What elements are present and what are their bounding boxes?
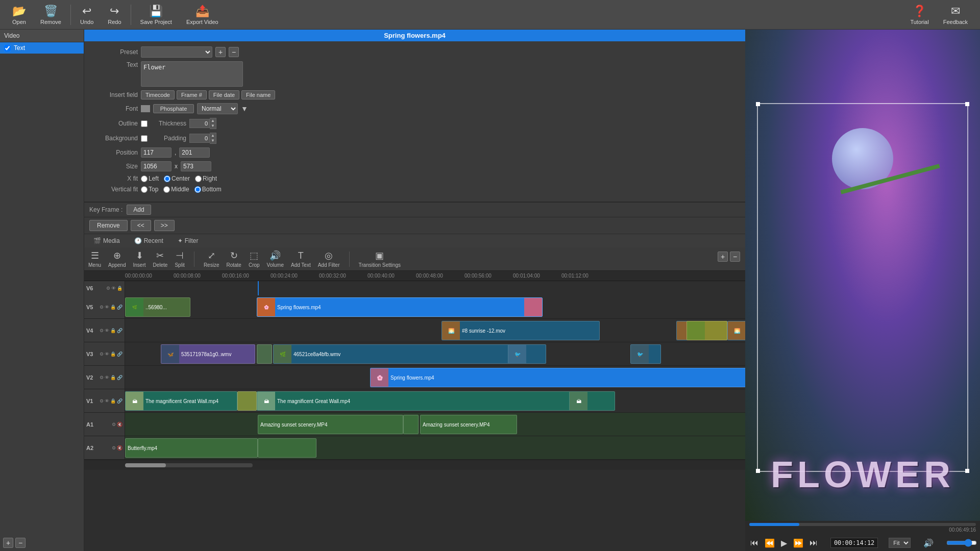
v2-icon2[interactable]: 👁 [105,375,109,380]
timeline-crop-btn[interactable]: ⬚ Crop [249,250,260,268]
list-item[interactable] [687,321,727,340]
text-input[interactable]: Flower [141,61,243,87]
v6-icon1[interactable]: ⚙ [106,286,110,291]
font-color-swatch[interactable] [141,105,150,112]
save-project-button[interactable]: 💾 Save Project [133,3,179,27]
resize-handle-bl[interactable] [756,469,760,473]
v2-icon3[interactable]: 🔒 [110,375,116,380]
timeline-addtext-btn[interactable]: T Add Text [291,251,311,268]
timeline-horizontal-scrollbar[interactable] [125,463,253,467]
vfit-top-label[interactable]: Top [141,186,158,193]
track-content-v3[interactable]: 🦋 535171978a1g0..wmv 🌿 46521ce8a4bfb.wmv… [125,342,745,365]
tab-filter[interactable]: ✦ Filter [172,235,205,246]
sidebar-item-text[interactable]: Text [0,42,84,54]
size-height-input[interactable]: 573 [181,161,211,171]
v3-icon1[interactable]: ⚙ [100,352,104,357]
add-layer-button[interactable]: + [3,538,13,548]
xfit-center-label[interactable]: Center [164,175,190,182]
list-item[interactable]: 🌸 Spring flowers.mp4 [257,297,543,317]
list-item[interactable] [237,391,257,411]
remove-button-edit[interactable]: Remove [89,220,128,231]
track-content-v1[interactable]: 🏔 The magnificent Great Wall.mp4 🏔 The m… [125,389,745,412]
preview-progress-bar[interactable] [749,523,976,526]
resize-handle-br[interactable] [965,469,969,473]
v1-icon3[interactable]: 🔒 [110,398,116,404]
v4-icon3[interactable]: 🔒 [110,328,116,333]
remove-layer-button[interactable]: − [15,538,26,548]
vfit-middle-label[interactable]: Middle [163,186,189,193]
font-name-btn[interactable]: Phosphate [153,104,194,113]
list-item[interactable]: Amazing sunset scenery.MP4 [258,415,403,434]
timeline-transition-btn[interactable]: ▣ Transition Settings [359,250,401,268]
v4-icon1[interactable]: ⚙ [100,328,104,333]
font-dropdown-btn[interactable]: ▼ [241,105,248,113]
open-button[interactable]: 📂 Open [5,3,33,27]
v3-icon2[interactable]: 👁 [105,352,109,357]
timeline-split-btn[interactable]: ⊣ Split [175,250,184,268]
vfit-bottom-radio[interactable] [194,186,201,193]
font-style-select[interactable]: Normal Bold Italic [197,103,238,114]
position-y-input[interactable]: 201 [179,147,210,158]
a2-icon1[interactable]: ⚙ [112,445,116,450]
vfit-top-radio[interactable] [141,186,148,193]
v6-icon2[interactable]: 👁 [111,286,116,291]
insert-filedate-btn[interactable]: File date [209,90,239,99]
timeline-menu-btn[interactable]: ☰ Menu [88,250,101,268]
feedback-button[interactable]: ✉ Feedback [936,3,975,27]
v4-icon4[interactable]: 🔗 [117,328,122,333]
preset-select[interactable] [141,46,212,58]
track-content-a2[interactable]: Butterfly.mp4 [125,436,745,459]
timeline-addfilter-btn[interactable]: ◎ Add Filter [318,250,340,268]
padding-up[interactable]: ▲ [210,133,216,138]
v1-icon2[interactable]: 👁 [105,398,109,404]
list-item[interactable]: Butterfly.mp4 [125,438,258,458]
list-item[interactable]: 🏔 The magnificent Great Wall.mp4 [125,391,237,411]
vfit-bottom-label[interactable]: Bottom [194,186,222,193]
zoom-out-btn[interactable]: − [730,252,740,262]
position-x-input[interactable]: 117 [141,147,172,158]
preview-prev-frame-btn[interactable]: ⏪ [763,538,777,548]
xfit-right-label[interactable]: Right [195,175,217,182]
next-nav-button[interactable]: >> [154,220,175,231]
v5-icon1[interactable]: ⚙ [100,305,104,310]
preview-border[interactable] [757,103,968,471]
xfit-left-label[interactable]: Left [141,175,159,182]
preview-volume-slider[interactable] [946,539,977,547]
timeline-rotate-btn[interactable]: ↻ Rotate [226,250,241,268]
insert-filename-btn[interactable]: File name [241,90,275,99]
v2-icon4[interactable]: 🔗 [117,375,122,380]
tab-recent[interactable]: 🕐 Recent [128,235,169,246]
a2-icon2[interactable]: 🔇 [117,445,122,450]
v4-icon2[interactable]: 👁 [105,328,109,333]
preview-time-display[interactable]: 00:00:14:12 [830,538,878,548]
track-content-v2[interactable]: 🌸 Spring flowers.mp4 [125,366,745,389]
list-item[interactable]: 🌿 ..56980... [125,297,190,317]
scrollbar-thumb[interactable] [125,463,166,467]
preview-skip-start-btn[interactable]: ⏮ [748,538,761,547]
track-content-v5[interactable]: 🌿 ..56980... 🌸 Spring flowers.mp4 [125,295,745,318]
v3-icon4[interactable]: 🔗 [117,352,122,357]
v3-icon3[interactable]: 🔒 [110,352,116,357]
timeline-insert-btn[interactable]: ⬇ Insert [133,250,146,268]
v6-icon3[interactable]: 🔒 [117,286,122,291]
preview-volume-btn[interactable]: 🔊 [921,538,936,548]
v5-icon4[interactable]: 🔗 [117,305,122,310]
thickness-input[interactable]: 0 [189,119,210,128]
v1-icon4[interactable]: 🔗 [117,398,122,404]
preset-remove-btn[interactable]: − [229,47,239,57]
list-item[interactable]: 🌅 #8 sunrise -12.mov [442,321,600,340]
a1-icon1[interactable]: ⚙ [112,422,116,427]
keyframe-add-button[interactable]: Add [127,205,151,215]
timeline-resize-btn[interactable]: ⤢ Resize [204,250,219,268]
timeline-scroll[interactable]: 00:00:00:00 00:00:08:00 00:00:16:00 00:0… [84,271,745,551]
timeline-volume-btn[interactable]: 🔊 Volume [267,250,284,268]
list-item[interactable]: Amazing sunset scenery.MP4 [420,415,517,434]
text-checkbox[interactable] [4,45,11,52]
preview-play-btn[interactable]: ▶ [779,538,789,548]
size-width-input[interactable]: 1056 [141,161,172,171]
track-content-a1[interactable]: Amazing sunset scenery.MP4 Amazing sunse… [125,413,745,436]
insert-frame-btn[interactable]: Frame # [177,90,207,99]
list-item[interactable]: 🦋 535171978a1g0..wmv [161,344,255,364]
export-video-button[interactable]: 📤 Export Video [179,3,226,27]
v5-icon2[interactable]: 👁 [105,305,109,310]
